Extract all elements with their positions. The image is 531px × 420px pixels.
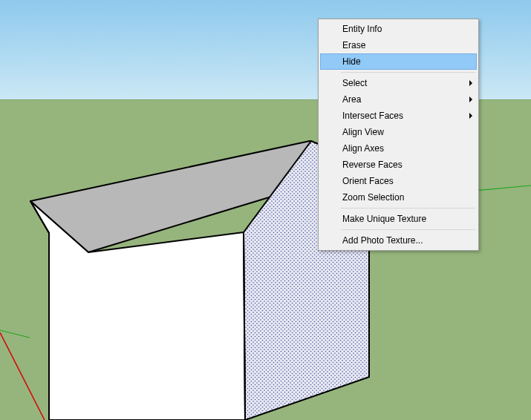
menu-orient-faces[interactable]: Orient Faces — [320, 173, 477, 189]
axis-red — [0, 332, 45, 420]
menu-label: Erase — [342, 40, 365, 50]
menu-select[interactable]: Select — [320, 75, 477, 91]
menu-align-axes[interactable]: Align Axes — [320, 140, 477, 157]
menu-label: Reverse Faces — [342, 160, 403, 170]
chevron-right-icon — [469, 96, 472, 102]
menu-zoom-selection[interactable]: Zoom Selection — [320, 189, 477, 206]
menu-hide[interactable]: Hide — [320, 53, 477, 70]
chevron-right-icon — [469, 113, 472, 119]
menu-label: Align View — [342, 127, 384, 137]
menu-align-view[interactable]: Align View — [320, 124, 477, 140]
menu-label: Area — [342, 94, 361, 105]
chevron-right-icon — [469, 80, 472, 86]
menu-make-unique-texture[interactable]: Make Unique Texture — [320, 211, 477, 227]
menu-intersect-faces[interactable]: Intersect Faces — [320, 108, 477, 124]
menu-separator — [341, 229, 475, 230]
menu-area[interactable]: Area — [320, 91, 477, 108]
menu-label: Align Axes — [342, 143, 384, 154]
menu-label: Entity Info — [342, 24, 382, 34]
menu-add-photo-texture[interactable]: Add Photo Texture... — [320, 232, 477, 249]
menu-reverse-faces[interactable]: Reverse Faces — [320, 157, 477, 173]
context-menu: Entity Info Erase Hide Select Area Inter… — [318, 19, 479, 251]
menu-label: Intersect Faces — [342, 111, 403, 121]
menu-label: Orient Faces — [342, 176, 394, 186]
menu-erase[interactable]: Erase — [320, 37, 477, 53]
menu-label: Make Unique Texture — [342, 214, 426, 224]
menu-label: Zoom Selection — [342, 192, 404, 203]
axis-green-near — [0, 330, 30, 338]
menu-label: Select — [342, 78, 367, 88]
menu-entity-info[interactable]: Entity Info — [320, 21, 477, 37]
menu-label: Add Photo Texture... — [342, 235, 423, 246]
menu-separator — [341, 208, 475, 209]
menu-label: Hide — [342, 56, 361, 67]
menu-separator — [341, 72, 475, 73]
